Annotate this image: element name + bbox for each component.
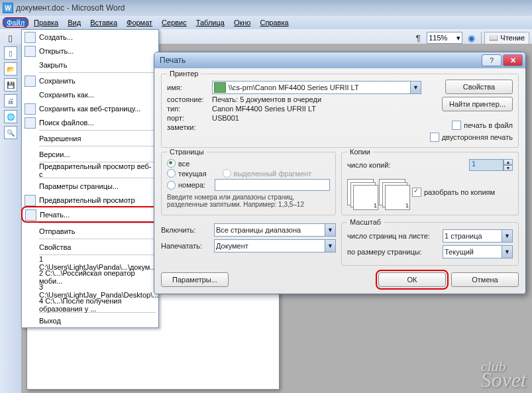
params-button[interactable]: Параметры... (161, 272, 229, 287)
perpage-label: число страниц на листе: (347, 232, 443, 240)
printer-port-value: USB001 (212, 114, 239, 122)
copies-count-label: число копий: (347, 161, 469, 169)
fit-label: по размеру страницы: (347, 248, 443, 256)
menu-create[interactable]: Создать... (22, 30, 158, 44)
menu-recent2[interactable]: 2 C:\...\Российская оператор моби... (22, 270, 158, 284)
search-icon[interactable]: 🔍 (4, 126, 17, 139)
pages-all-radio[interactable]: все (167, 159, 189, 168)
collate-preview: 1 1 (347, 179, 405, 205)
print-dialog: Печать ? ✕ Принтер имя: \\cs-prn\Canon M… (154, 52, 526, 294)
menu-exit[interactable]: Выход (22, 313, 158, 327)
menu-preview[interactable]: Предварительный просмотр (22, 193, 158, 207)
dialog-title: Печать (160, 56, 186, 65)
pages-hint1: Введите номера или диапазоны страниц, (167, 194, 330, 201)
print-to-file-checkbox[interactable]: печать в файл (452, 121, 513, 130)
spin-down-icon[interactable]: ▼ (504, 165, 513, 171)
printer-type-label: тип: (167, 105, 212, 113)
perpage-combo[interactable]: 1 страница▼ (443, 229, 513, 243)
help-button[interactable]: ? (482, 54, 502, 66)
printer-type-value: Canon MF4400 Series UFRII LT (212, 105, 316, 113)
menu-recent4[interactable]: 4 C:\...\После получения образования у .… (22, 298, 158, 311)
menu-edit[interactable]: Правка (30, 17, 62, 28)
menu-bar: Файл Правка Вид Вставка Формат Сервис Та… (0, 16, 532, 29)
open-doc-icon[interactable]: 📂 (4, 62, 17, 76)
pages-group-title: Страницы (167, 148, 207, 156)
menu-perm[interactable]: Разрешения (22, 131, 158, 145)
find-printer-button[interactable]: Найти принтер... (442, 97, 513, 111)
word-icon: W (3, 3, 13, 13)
new-icon[interactable]: ▯ (3, 30, 17, 45)
new-doc-icon[interactable]: ▯ (4, 46, 17, 60)
fit-combo[interactable]: Текущий▼ (443, 245, 513, 258)
close-button[interactable]: ✕ (503, 54, 523, 66)
left-toolbar: ▯ 📂 💾 🖨 🌐 🔍 (0, 44, 21, 393)
title-bar: W документ.doc - Microsoft Word (0, 0, 532, 16)
menu-search[interactable]: Поиск файлов... (22, 115, 158, 129)
menu-recent3[interactable]: 3 C:\Users\LightJay_Panda\Desktop\... (22, 284, 158, 298)
menu-send[interactable]: Отправить (22, 224, 158, 238)
menu-format[interactable]: Формат (123, 17, 156, 28)
printer-group: Принтер имя: \\cs-prn\Canon MF4400 Serie… (161, 74, 519, 148)
include-label: Включить: (161, 226, 214, 234)
reading-button[interactable]: 📖 Чтение (484, 32, 529, 44)
zoom-combo[interactable]: 115%▾ (427, 32, 462, 44)
menu-versions[interactable]: Версии... (22, 147, 158, 161)
file-menu: Создать... Открыть... Закрыть Сохранить … (21, 29, 159, 328)
printwhat-label: Напечатать: (161, 242, 214, 250)
save-doc-icon[interactable]: 💾 (4, 78, 17, 91)
printer-group-title: Принтер (167, 70, 201, 78)
pages-current-radio[interactable]: текущая (167, 169, 207, 178)
zoom-value: 115% (429, 34, 447, 42)
duplex-checkbox[interactable]: двусторонняя печать (430, 133, 513, 142)
printer-icon (214, 82, 226, 93)
pilcrow-icon[interactable]: ¶ (411, 30, 425, 45)
printer-port-label: порт: (167, 114, 212, 122)
menu-recent1[interactable]: 1 C:\Users\LightJay\Panda\...\докум... (22, 256, 158, 270)
menu-view[interactable]: Вид (64, 17, 85, 28)
menu-window[interactable]: Окно (230, 17, 255, 28)
menu-props[interactable]: Свойства (22, 240, 158, 254)
menu-close[interactable]: Закрыть (22, 58, 158, 72)
menu-saveweb[interactable]: Сохранить как веб-страницу... (22, 101, 158, 115)
dialog-titlebar: Печать ? ✕ (154, 52, 525, 68)
properties-button[interactable]: Свойства (445, 80, 513, 94)
scale-group: Масштаб число страниц на листе: 1 страни… (341, 222, 519, 266)
pages-numbers-input[interactable] (215, 179, 330, 191)
pages-group: Страницы все текущая выделенный фрагмент… (161, 152, 336, 215)
cancel-button[interactable]: Отмена (451, 272, 519, 287)
scale-group-title: Масштаб (347, 218, 384, 226)
menu-webpreview[interactable]: Предварительный просмотр веб-с (22, 163, 158, 177)
menu-save[interactable]: Сохранить (22, 74, 158, 87)
pages-hint2: разделенные запятыми. Например: 1,3,5–12 (167, 201, 330, 208)
web-icon[interactable]: 🌐 (4, 110, 17, 123)
copies-group: Копии число копий: 1 ▲▼ 1 1 разобра (341, 152, 519, 215)
menu-table[interactable]: Таблица (192, 17, 229, 28)
printer-state-value: Печать: 5 документов в очереди (212, 95, 321, 103)
menu-pagesetup[interactable]: Параметры страницы... (22, 179, 158, 193)
menu-insert[interactable]: Вставка (86, 17, 121, 28)
ok-button[interactable]: ОК (378, 272, 446, 287)
chevron-down-icon: ▼ (410, 82, 421, 93)
print-icon[interactable]: 🖨 (4, 94, 17, 107)
collate-checkbox[interactable]: разобрать по копиям (412, 188, 495, 197)
pages-numbers-radio[interactable]: номера: (167, 181, 205, 190)
menu-saveas[interactable]: Сохранить как... (22, 87, 158, 101)
window-title: документ.doc - Microsoft Word (16, 3, 125, 13)
copies-group-title: Копии (347, 148, 373, 156)
include-combo[interactable]: Все страницы диапазона▼ (214, 223, 336, 237)
printwhat-combo[interactable]: Документ▼ (214, 239, 336, 253)
menu-print[interactable]: Печать... (21, 206, 159, 223)
printer-state-label: состояние: (167, 95, 212, 103)
spin-up-icon[interactable]: ▲ (504, 159, 513, 165)
pages-selection-radio: выделенный фрагмент (223, 169, 312, 178)
copies-count-spinner[interactable]: 1 ▲▼ (469, 159, 513, 171)
menu-file[interactable]: Файл (3, 17, 28, 28)
printer-name-label: имя: (167, 84, 212, 91)
menu-open[interactable]: Открыть... (22, 44, 158, 58)
help-icon[interactable]: ◉ (464, 30, 478, 45)
menu-tools[interactable]: Сервис (158, 17, 191, 28)
printer-notes-label: заметки: (167, 123, 212, 131)
menu-help[interactable]: Справка (256, 17, 292, 28)
printer-name-combo[interactable]: \\cs-prn\Canon MF4400 Series UFRII LT ▼ (212, 81, 421, 94)
